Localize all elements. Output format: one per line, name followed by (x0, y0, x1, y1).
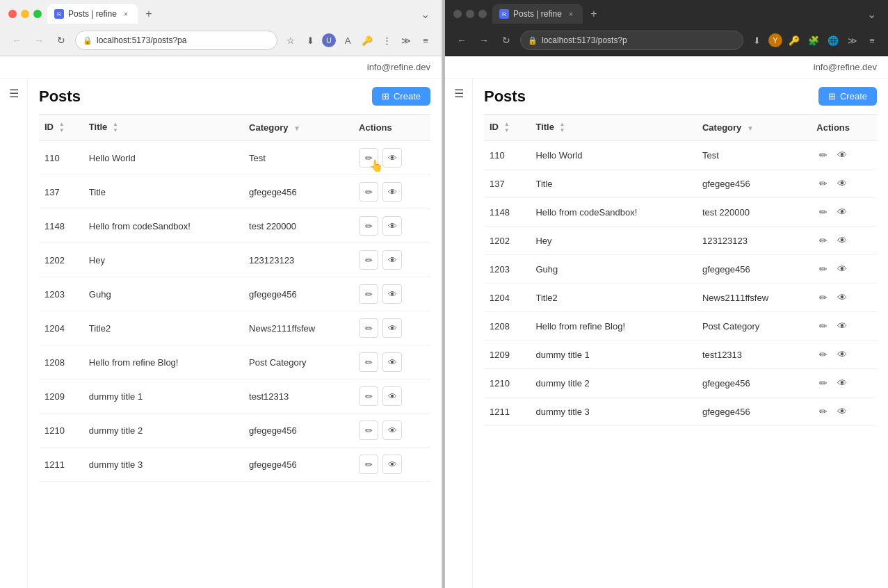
extensions-btn[interactable]: ⋮ (379, 33, 394, 48)
right-tab-overflow-btn[interactable]: ⌄ (863, 6, 880, 22)
right-col-header-id: ID ▲ ▼ (484, 115, 530, 141)
id-sort-icons[interactable]: ▲ ▼ (59, 122, 65, 133)
right-show-btn[interactable]: 👁 (834, 319, 850, 333)
show-btn[interactable]: 👁 (382, 182, 402, 202)
password-icon[interactable]: 🔑 (360, 33, 375, 48)
table-row: 1210 dummy title 2 gfegege456 ✏ 👁 (39, 414, 430, 448)
right-tab-close-btn[interactable]: × (566, 9, 576, 19)
right-minimize-btn[interactable] (466, 10, 474, 18)
right-id-sort-icons[interactable]: ▲ ▼ (504, 122, 510, 133)
right-edit-btn[interactable]: ✏ (816, 319, 830, 333)
right-edit-btn[interactable]: ✏ (816, 262, 830, 276)
cell-category: 123123123 (243, 243, 353, 277)
sidebar-toggle-btn[interactable]: ☰ (0, 79, 28, 588)
edit-btn[interactable]: ✏ (359, 216, 378, 236)
show-btn[interactable]: 👁 (382, 420, 402, 440)
right-show-btn[interactable]: 👁 (834, 348, 850, 361)
cell-title: Guhg (83, 277, 243, 311)
right-edit-btn[interactable]: ✏ (816, 405, 830, 418)
cell-category: test 220000 (243, 209, 353, 243)
cell-actions: ✏ 👁 (811, 198, 877, 227)
edit-btn[interactable]: ✏ (359, 420, 378, 440)
edit-btn[interactable]: ✏ (359, 250, 378, 270)
edit-btn[interactable]: ✏ (359, 182, 378, 202)
right-active-tab[interactable]: R Posts | refine × (492, 4, 583, 24)
right-show-btn[interactable]: 👁 (834, 262, 850, 276)
right-edit-btn[interactable]: ✏ (816, 376, 830, 390)
right-title-sort-icons[interactable]: ▲ ▼ (560, 122, 565, 133)
minimize-window-btn[interactable] (21, 10, 29, 18)
show-btn[interactable]: 👁 (382, 455, 402, 474)
right-password-icon[interactable]: 🔑 (786, 33, 802, 48)
right-edit-btn[interactable]: ✏ (816, 205, 830, 219)
right-close-btn[interactable] (453, 10, 462, 18)
cell-id: 110 (484, 141, 530, 170)
address-bar[interactable]: 🔒 localhost:5173/posts?pa (75, 31, 277, 50)
account-icon[interactable]: U (322, 33, 336, 47)
create-btn[interactable]: ⊞ Create (372, 87, 430, 106)
right-back-btn[interactable]: ← (453, 32, 470, 49)
right-extension2-icon[interactable]: 🌐 (825, 33, 841, 48)
edit-btn[interactable]: ✏ (359, 318, 378, 338)
show-btn[interactable]: 👁 (382, 216, 402, 236)
right-extension1-icon[interactable]: 🧩 (806, 33, 821, 48)
right-sidebar-toggle-btn[interactable]: ☰ (445, 79, 473, 588)
right-show-btn[interactable]: 👁 (834, 405, 850, 418)
right-edit-btn[interactable]: ✏ (816, 177, 830, 190)
reload-btn[interactable]: ↻ (53, 32, 70, 49)
menu-btn[interactable]: ≡ (418, 33, 433, 48)
maximize-window-btn[interactable] (33, 10, 42, 18)
back-btn[interactable]: ← (8, 32, 25, 49)
star-icon[interactable]: ☆ (283, 33, 298, 48)
cell-category: Post Category (697, 312, 811, 341)
show-btn[interactable]: 👁 (382, 148, 402, 168)
download-icon[interactable]: ⬇ (302, 33, 318, 48)
title-sort-icons[interactable]: ▲ ▼ (113, 122, 118, 133)
show-btn[interactable]: 👁 (382, 284, 402, 304)
right-edit-btn[interactable]: ✏ (816, 348, 830, 361)
create-btn-label: Create (394, 91, 421, 101)
new-tab-btn[interactable]: + (140, 6, 157, 22)
tab-overflow-btn[interactable]: ⌄ (417, 6, 433, 22)
category-filter-icon[interactable]: ▼ (293, 124, 300, 132)
right-show-btn[interactable]: 👁 (834, 177, 850, 190)
right-category-filter-icon[interactable]: ▼ (747, 124, 754, 132)
right-show-btn[interactable]: 👁 (834, 291, 850, 304)
right-address-bar[interactable]: 🔒 localhost:5173/posts?p (520, 31, 743, 50)
right-show-btn[interactable]: 👁 (834, 205, 850, 219)
right-forward-btn[interactable]: → (476, 32, 492, 49)
right-edit-btn[interactable]: ✏ (816, 291, 830, 304)
right-new-tab-btn[interactable]: + (586, 6, 602, 22)
right-account-icon[interactable]: Y (768, 33, 782, 47)
right-show-btn[interactable]: 👁 (834, 376, 850, 390)
edit-btn[interactable]: ✏ (359, 386, 378, 406)
translate-icon[interactable]: A (340, 33, 355, 48)
right-menu-btn[interactable]: ≡ (864, 33, 880, 48)
action-buttons: ✏ 👁 (816, 319, 871, 333)
edit-btn[interactable]: ✏ (359, 352, 378, 372)
edit-btn[interactable]: ✏ (359, 455, 378, 474)
action-buttons: ✏ 👁 (359, 182, 425, 202)
show-btn[interactable]: 👁 (382, 318, 402, 338)
close-window-btn[interactable] (8, 10, 17, 18)
right-reload-btn[interactable]: ↻ (498, 32, 515, 49)
tab-close-btn[interactable]: × (121, 9, 131, 19)
show-btn[interactable]: 👁 (382, 386, 402, 406)
right-create-btn[interactable]: ⊞ Create (818, 87, 877, 106)
active-tab[interactable]: R Posts | refine × (47, 4, 138, 24)
right-show-btn[interactable]: 👁 (834, 234, 850, 247)
right-download-icon[interactable]: ⬇ (749, 33, 764, 48)
eye-icon: 👁 (388, 221, 397, 231)
right-edit-btn[interactable]: ✏ (816, 234, 830, 247)
right-devtools-icon[interactable]: ≫ (845, 33, 860, 48)
forward-btn[interactable]: → (31, 32, 47, 49)
right-maximize-btn[interactable] (478, 10, 487, 18)
right-show-btn[interactable]: 👁 (834, 148, 850, 162)
show-btn[interactable]: 👁 (382, 250, 402, 270)
cell-actions: ✏ 👁 (353, 175, 430, 209)
show-btn[interactable]: 👁 (382, 352, 402, 372)
edit-btn[interactable]: ✏ (359, 284, 378, 304)
devtools-icon[interactable]: ≫ (398, 33, 414, 48)
right-edit-btn[interactable]: ✏ (816, 148, 830, 162)
edit-btn[interactable]: ✏ 👆 (359, 148, 378, 168)
